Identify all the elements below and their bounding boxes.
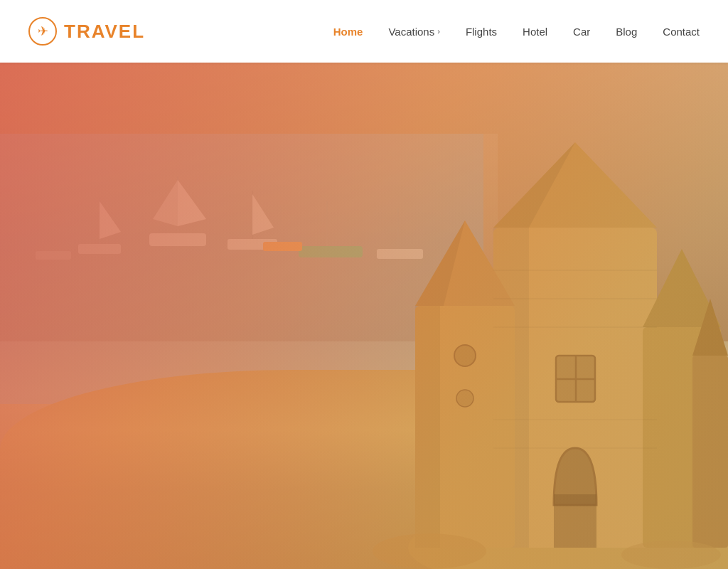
nav-item-blog[interactable]: Blog — [616, 26, 637, 38]
nav-item-hotel[interactable]: Hotel — [523, 26, 547, 38]
plane-icon: ✈ — [38, 23, 48, 39]
main-nav: Home Vacations › Flights Hotel Car Blog … — [333, 26, 700, 38]
nav-item-contact[interactable]: Contact — [663, 26, 700, 38]
nav-item-flights[interactable]: Flights — [466, 26, 497, 38]
logo-text: TRAVEL — [64, 21, 145, 43]
logo[interactable]: ✈ TRAVEL — [28, 17, 145, 46]
logo-icon: ✈ — [28, 17, 57, 46]
chevron-down-icon: › — [437, 27, 440, 36]
site-header: ✈ TRAVEL Home Vacations › Flights Hotel … — [0, 0, 728, 63]
nav-item-home[interactable]: Home — [333, 26, 363, 38]
hero-gradient-overlay — [0, 63, 728, 569]
nav-item-car[interactable]: Car — [573, 26, 590, 38]
hero-section — [0, 63, 728, 569]
nav-vacations-label: Vacations — [388, 26, 434, 38]
nav-item-vacations[interactable]: Vacations › — [388, 26, 439, 38]
